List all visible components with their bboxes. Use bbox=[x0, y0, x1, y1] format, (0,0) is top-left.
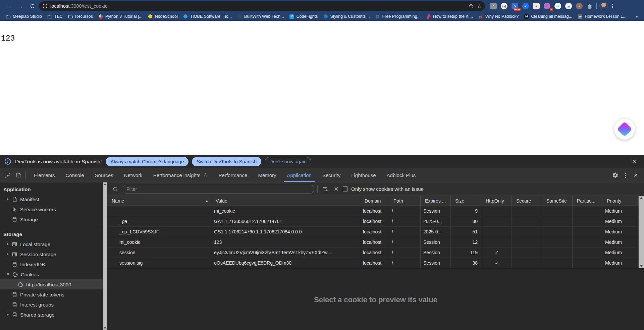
banner-button-0[interactable]: Always match Chrome's language bbox=[106, 157, 189, 166]
devtools-settings-button[interactable] bbox=[610, 170, 620, 180]
table-row[interactable]: _ga_LCDV59SXJFGS1.1.1706214760.1.1.17062… bbox=[107, 227, 639, 237]
tab-memory[interactable]: Memory bbox=[253, 168, 281, 182]
refresh-cookies-button[interactable] bbox=[111, 185, 119, 194]
table-scrollbar[interactable] bbox=[639, 196, 644, 268]
bookmark-item[interactable]: NodeSchool bbox=[146, 13, 180, 20]
column-header-expires[interactable]: Expires ... bbox=[421, 196, 451, 206]
expander-collapsed-icon[interactable] bbox=[7, 243, 9, 245]
tab-lighthouse[interactable]: Lighthouse bbox=[346, 168, 381, 182]
forward-button[interactable]: → bbox=[15, 1, 25, 11]
banner-close-button[interactable]: × bbox=[630, 158, 639, 166]
expander-expanded-icon[interactable] bbox=[7, 273, 9, 275]
table-row[interactable]: mi_cookielocalhost/Session9Medium bbox=[107, 206, 639, 216]
s-extension-icon[interactable]: SNew bbox=[511, 2, 519, 10]
expander-collapsed-icon[interactable] bbox=[7, 253, 9, 256]
hubspot-extension-icon[interactable]: * bbox=[490, 2, 497, 10]
sidebar-item-http-localhost-3000[interactable]: http://localhost:3000 bbox=[0, 279, 107, 289]
bookmark-item[interactable]: Why No Padlock? bbox=[476, 13, 521, 20]
bookmark-item[interactable]: Python 3 Tutorial |... bbox=[96, 13, 145, 20]
delete-all-cookies-button[interactable]: ✕ bbox=[333, 185, 339, 193]
grammarly-icon[interactable]: G bbox=[554, 2, 561, 10]
puzzle-icon[interactable] bbox=[586, 2, 594, 10]
column-header-size[interactable]: Size bbox=[451, 196, 481, 206]
devtools-close-button[interactable]: × bbox=[631, 171, 641, 179]
bookmark-item[interactable]: BuiltWith Web Tech... bbox=[235, 13, 286, 20]
sidebar-item-local-storage[interactable]: Local storage bbox=[0, 239, 107, 249]
sidebar-item-service-workers[interactable]: Service workers bbox=[0, 204, 107, 214]
cell-http-only bbox=[481, 206, 512, 216]
devtools-menu-button[interactable] bbox=[622, 172, 629, 179]
tab-performance-insights[interactable]: Performance insights bbox=[148, 168, 213, 182]
cell-priority: Medium bbox=[602, 227, 639, 237]
column-header-httponly[interactable]: HttpOnly bbox=[481, 196, 512, 206]
sidebar-scrollbar[interactable] bbox=[103, 182, 107, 330]
browser-menu-button[interactable] bbox=[609, 2, 616, 10]
bookmark-item[interactable]: Recursos bbox=[66, 13, 95, 20]
sidebar-item-indexeddb[interactable]: IndexedDB bbox=[0, 259, 107, 269]
bookmark-item[interactable]: TIOBE Software: Tio... bbox=[181, 13, 234, 20]
expander-collapsed-icon[interactable] bbox=[7, 198, 9, 201]
device-toolbar-button[interactable] bbox=[13, 170, 23, 180]
tab-security[interactable]: Security bbox=[317, 168, 346, 182]
tab-elements[interactable]: Elements bbox=[29, 168, 60, 182]
tab-adblock-plus[interactable]: Adblock Plus bbox=[381, 168, 421, 182]
table-row[interactable]: session.sigoOsAEEDUbq6cgvgjE8DRg_ODm30lo… bbox=[107, 258, 639, 268]
extension-badge: New bbox=[514, 8, 521, 11]
back-button[interactable]: ← bbox=[3, 1, 13, 11]
tab-console[interactable]: Console bbox=[60, 168, 90, 182]
bookmark-item[interactable]: 10Homework Lesson 1... bbox=[575, 13, 629, 20]
sidebar-item-cookies[interactable]: Cookies bbox=[0, 269, 107, 279]
window-extension-icon[interactable]: ● bbox=[533, 2, 540, 10]
cookie-filter-input[interactable] bbox=[123, 185, 314, 194]
site-info-icon[interactable] bbox=[42, 3, 48, 9]
column-header-priority[interactable]: Priority bbox=[602, 196, 639, 206]
purple-extension-icon[interactable]: ☺× bbox=[543, 2, 551, 10]
expander-collapsed-icon[interactable] bbox=[7, 313, 9, 316]
table-row[interactable]: mi_cookie123localhost/Session12Medium bbox=[107, 237, 639, 248]
bookmark-item[interactable]: Free Programming... bbox=[373, 13, 423, 20]
zoom-page-icon[interactable] bbox=[469, 3, 474, 9]
cell-value: GS1.1.1706214760.1.1.1706217084.0.0.0 bbox=[211, 227, 360, 237]
cloud-icon[interactable]: ☁ bbox=[565, 2, 572, 10]
bookmark-item[interactable]: TEC bbox=[45, 13, 65, 20]
column-header-domain[interactable]: Domain bbox=[360, 196, 389, 206]
column-header-secure[interactable]: Secure bbox=[512, 196, 542, 206]
bookmark-item[interactable]: Styling & Customizi... bbox=[321, 13, 372, 20]
check-extension-icon[interactable]: ✓ bbox=[522, 2, 529, 10]
tab-application[interactable]: Application bbox=[282, 168, 317, 182]
sidebar-item-manifest[interactable]: Manifest bbox=[0, 194, 107, 204]
only-issues-checkbox[interactable] bbox=[343, 186, 348, 191]
tab-sources[interactable]: Sources bbox=[90, 168, 119, 182]
column-header-partitio[interactable]: Partitio... bbox=[573, 196, 602, 206]
bookmark-item[interactable]: How to setup the Ki... bbox=[424, 13, 475, 20]
address-bar[interactable]: localhost :3000/test_cookie ☆ bbox=[39, 1, 485, 11]
column-header-value[interactable]: Value bbox=[211, 196, 360, 206]
circle-extension-icon[interactable]: (-) bbox=[500, 2, 508, 10]
tab-performance[interactable]: Performance bbox=[213, 168, 253, 182]
bookmark-item[interactable]: Meeplab Studio bbox=[3, 13, 44, 20]
bookmark-star-icon[interactable]: ☆ bbox=[477, 3, 482, 9]
table-row[interactable]: sessioneyJjc3JmU2VjcmV0IjoiXzlVSm1TemVsT… bbox=[107, 248, 639, 258]
monkey-icon[interactable]: ● bbox=[576, 2, 583, 10]
sidebar-item-private-state-tokens[interactable]: Private state tokens bbox=[0, 289, 107, 299]
reload-button[interactable] bbox=[27, 1, 38, 11]
tab-network[interactable]: Network bbox=[119, 168, 148, 182]
table-row[interactable]: _gaGA1.1.2133506012.1706214761localhost/… bbox=[107, 216, 639, 227]
banner-button-2[interactable]: Don't show again bbox=[265, 157, 311, 166]
site-favicon-icon: Y bbox=[289, 14, 294, 19]
column-header-name[interactable]: Name▲ bbox=[107, 196, 211, 206]
sidebar-item-session-storage[interactable]: Session storage bbox=[0, 249, 107, 259]
profile-avatar[interactable] bbox=[599, 2, 608, 10]
bookmarks-overflow-chevron[interactable]: » bbox=[634, 14, 641, 19]
column-header-samesite[interactable]: SameSite bbox=[542, 196, 573, 206]
clear-filter-button[interactable] bbox=[321, 185, 330, 194]
column-header-path[interactable]: Path bbox=[389, 196, 421, 206]
banner-button-1[interactable]: Switch DevTools to Spanish bbox=[192, 157, 261, 166]
sidebar-item-shared-storage[interactable]: Shared storage bbox=[0, 310, 107, 320]
sidebar-item-storage[interactable]: Storage bbox=[0, 214, 107, 224]
sidebar-item-interest-groups[interactable]: Interest groups bbox=[0, 299, 107, 310]
inspect-element-button[interactable] bbox=[2, 170, 12, 180]
bookmark-item[interactable]: YCodeFights bbox=[287, 13, 320, 20]
clickup-floating-button[interactable] bbox=[614, 119, 635, 140]
bookmark-item[interactable]: MCleaning all messag... bbox=[522, 13, 575, 20]
